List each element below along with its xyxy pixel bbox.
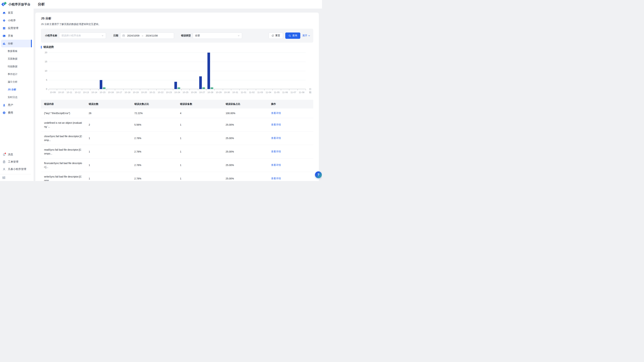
sidebar-subitem-漏斗分析[interactable]: 漏斗分析 [1,78,32,86]
sidebar-item-小程序[interactable]: 小程序 [1,16,32,24]
fee-icon [2,111,6,114]
date-separator: – [142,34,143,37]
view-details-link[interactable]: 查看详情 [271,177,281,180]
cell-device_pct: 25.00% [222,150,268,153]
chart-slot-10-13 [82,53,90,89]
x-axis-label: 11-04 [264,91,272,94]
sidebar-item-首页[interactable]: 首页 [1,9,32,16]
sidebar-item-label: 首页 [8,11,13,14]
chart-section-header: 错误趋势 [41,45,313,49]
axis-tick [132,89,132,90]
view-details-link[interactable]: 查看详情 [271,123,281,126]
cell-count: 1 [86,164,131,167]
sidebar-item-用户[interactable]: 用户 [1,101,32,109]
cell-count_pct: 2.78% [131,137,177,140]
sidebar-item-凡泰小程序管理[interactable]: 凡泰小程序管理 [1,166,32,173]
bar-错误设备数-10-27[interactable] [202,87,205,89]
chart-slot-10-17 [115,53,123,89]
table-row: ftruncateSync:fail bad file descriptor;[… [41,159,313,172]
table-row: writeSync:fail bad file descriptor;[Comp… [41,172,313,181]
y-axis-label: 10 [41,70,47,72]
sidebar-subitem-数据看板[interactable]: 数据看板 [1,47,32,55]
cell-content: closeSync:fail bad file descriptor;[Comp… [41,134,86,142]
view-details-link[interactable]: 查看详情 [271,150,281,153]
cell-count_pct: 2.78% [131,150,177,153]
expand-toggle[interactable]: 展开 [302,34,310,37]
bar-错误设备数-10-24[interactable] [178,87,180,89]
error-type-select[interactable]: 全部 [193,32,242,39]
bar-错误设备数-10-28[interactable] [210,87,213,89]
axis-tick [272,89,273,90]
x-axis-label: 10-22 [156,91,164,94]
column-header-操作: 操作 [268,103,313,106]
app-name-select[interactable]: 请选择小程序名称 [59,32,106,39]
home-icon [2,11,6,14]
y-axis-label: 15 [41,60,47,63]
bar-错误次数-10-15[interactable] [100,80,102,89]
sidebar-item-开发[interactable]: 开发 [1,32,32,40]
axis-tick [173,89,173,90]
sidebar-subitem-性能数据[interactable]: 性能数据 [1,63,32,70]
chart-slot-10-24 [173,53,181,89]
date-end-value[interactable]: 2024/11/08 [146,34,158,37]
search-button[interactable]: 查询 [285,32,300,39]
cell-content: ftruncateSync:fail bad file descriptor;[… [41,161,86,169]
cell-device_pct: 25.00% [222,164,268,167]
cell-action: 查看详情 [268,177,313,180]
sidebar-subitem-事件统计[interactable]: 事件统计 [1,70,32,78]
sidebar-item-分析[interactable]: 分析 [1,40,32,47]
cell-content: readSync:fail bad file descriptor;[Compo… [41,148,86,156]
view-details-link[interactable]: 查看详情 [271,164,281,166]
reset-button[interactable]: 重置 [269,32,283,39]
help-button[interactable]: ? [315,172,322,178]
chart-slot-10-14 [90,53,98,89]
view-details-link[interactable]: 查看详情 [271,112,281,114]
x-axis-label: 10-24 [173,91,181,94]
bar-错误设备数-10-15[interactable] [103,87,106,89]
x-axis-label: 10-18 [123,91,132,94]
axis-tick [264,89,264,90]
cell-count: 1 [86,137,131,140]
sidebar-subitem-页面数据[interactable]: 页面数据 [1,55,32,63]
collapse-icon [2,176,6,180]
cell-count: 1 [86,150,131,153]
view-details-link[interactable]: 查看详情 [271,137,281,139]
table-row: closeSync:fail bad file descriptor;[Comp… [41,132,313,145]
axis-tick [82,89,82,90]
x-axis-label: 11-08 [298,91,306,94]
cell-devices: 1 [177,164,222,167]
app-name-label: 小程序名称 [45,34,57,37]
cell-device_pct: 100.00% [222,112,268,115]
section-accent-bar [41,46,42,49]
table-body: {"key":"thirdScriptError"}2672.22%4100.0… [41,109,313,181]
sidebar-collapse-button[interactable] [0,176,34,181]
chart-slot-11-06 [281,53,289,89]
x-axis-label: 10-14 [90,91,98,94]
sidebar-item-label: 小程序 [8,19,16,22]
date-range-picker[interactable]: 2024/10/09 – 2024/11/08 [120,32,174,39]
error-trend-chart: 10-0910-1010-1110-1210-1310-1410-1510-16… [41,49,313,94]
cell-count: 2 [86,123,131,126]
sidebar-subitem-JS 分析[interactable]: JS 分析 [1,86,32,93]
sidebar-item-费用[interactable]: 费用 [1,109,32,117]
axis-tick [48,89,49,90]
table-row: undefined is not an object (evaluating '… [41,118,313,132]
chart-slot-10-22 [156,53,164,89]
x-axis-label: 10-21 [148,91,156,94]
chart-slot-10-25 [182,53,190,89]
bar-错误次数-10-27[interactable] [199,76,202,89]
sidebar-item-应用管理[interactable]: 应用管理 [1,24,32,32]
sidebar-item-消息[interactable]: 消息 [1,151,32,158]
cell-count: 26 [86,112,131,115]
axis-tick [98,89,99,90]
x-axis-label: 10-12 [74,91,82,94]
date-start-value[interactable]: 2024/10/09 [127,34,140,37]
column-header-错误设备占比: 错误设备占比 [222,103,268,106]
sidebar-subitem-实时日志[interactable]: 实时日志 [1,93,32,101]
bar-错误次数-10-28[interactable] [208,53,210,89]
bar-错误次数-10-24[interactable] [174,82,177,89]
chart-slot-10-16 [107,53,115,89]
search-icon [288,34,291,37]
x-axis-label: 11-02 [248,91,256,94]
sidebar-item-工单管理[interactable]: 工单管理 [1,158,32,166]
